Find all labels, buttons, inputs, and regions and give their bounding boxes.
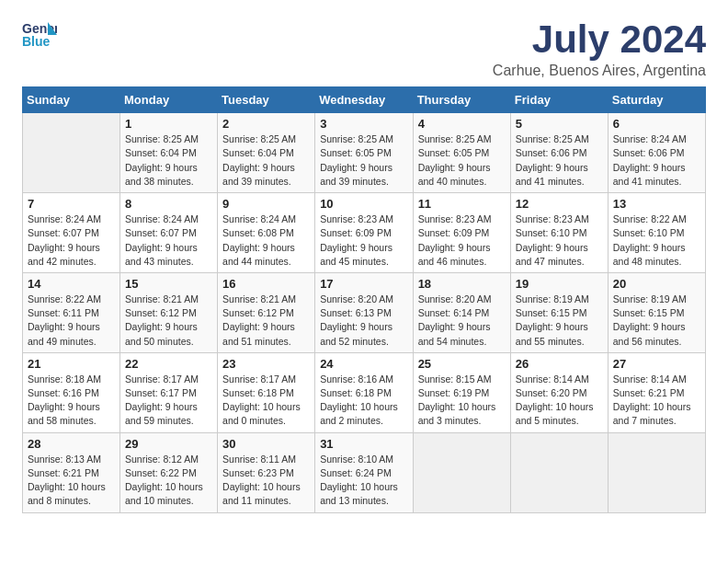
day-detail: Sunrise: 8:21 AMSunset: 6:12 PMDaylight:… <box>222 293 310 349</box>
day-number: 28 <box>28 437 115 451</box>
day-detail: Sunrise: 8:15 AMSunset: 6:19 PMDaylight:… <box>418 373 506 429</box>
day-number: 27 <box>613 357 700 371</box>
calendar-cell: 3Sunrise: 8:25 AMSunset: 6:05 PMDaylight… <box>315 113 413 193</box>
day-detail: Sunrise: 8:18 AMSunset: 6:16 PMDaylight:… <box>28 373 115 429</box>
calendar-header-wednesday: Wednesday <box>315 87 413 113</box>
subtitle: Carhue, Buenos Aires, Argentina <box>493 63 706 79</box>
day-detail: Sunrise: 8:23 AMSunset: 6:09 PMDaylight:… <box>320 213 407 269</box>
calendar-cell <box>510 432 608 512</box>
calendar-cell: 28Sunrise: 8:13 AMSunset: 6:21 PMDayligh… <box>23 432 120 512</box>
svg-text:Blue: Blue <box>22 34 51 49</box>
day-number: 17 <box>320 277 407 291</box>
page-header: General Blue July 2024 Carhue, Buenos Ai… <box>22 18 706 79</box>
calendar-cell: 29Sunrise: 8:12 AMSunset: 6:22 PMDayligh… <box>120 432 218 512</box>
calendar-cell: 7Sunrise: 8:24 AMSunset: 6:07 PMDaylight… <box>23 193 120 273</box>
calendar-cell: 19Sunrise: 8:19 AMSunset: 6:15 PMDayligh… <box>510 272 608 352</box>
day-number: 5 <box>516 117 603 131</box>
day-number: 15 <box>125 277 212 291</box>
day-detail: Sunrise: 8:19 AMSunset: 6:15 PMDaylight:… <box>613 293 700 349</box>
day-number: 14 <box>28 277 115 291</box>
calendar-table: SundayMondayTuesdayWednesdayThursdayFrid… <box>22 86 706 512</box>
day-number: 12 <box>516 197 603 211</box>
day-detail: Sunrise: 8:17 AMSunset: 6:17 PMDaylight:… <box>125 373 212 429</box>
calendar-cell <box>608 432 705 512</box>
day-number: 26 <box>516 357 603 371</box>
day-number: 22 <box>125 357 212 371</box>
calendar-cell: 17Sunrise: 8:20 AMSunset: 6:13 PMDayligh… <box>315 272 413 352</box>
calendar-cell: 6Sunrise: 8:24 AMSunset: 6:06 PMDaylight… <box>608 113 705 193</box>
calendar-cell: 27Sunrise: 8:14 AMSunset: 6:21 PMDayligh… <box>608 352 705 432</box>
calendar-week-row: 14Sunrise: 8:22 AMSunset: 6:11 PMDayligh… <box>23 272 706 352</box>
day-detail: Sunrise: 8:20 AMSunset: 6:13 PMDaylight:… <box>320 293 407 349</box>
calendar-week-row: 28Sunrise: 8:13 AMSunset: 6:21 PMDayligh… <box>23 432 706 512</box>
day-detail: Sunrise: 8:23 AMSunset: 6:10 PMDaylight:… <box>516 213 603 269</box>
calendar-cell: 20Sunrise: 8:19 AMSunset: 6:15 PMDayligh… <box>608 272 705 352</box>
day-detail: Sunrise: 8:13 AMSunset: 6:21 PMDaylight:… <box>28 453 115 509</box>
day-number: 9 <box>222 197 310 211</box>
calendar-cell: 22Sunrise: 8:17 AMSunset: 6:17 PMDayligh… <box>120 352 218 432</box>
calendar-cell: 2Sunrise: 8:25 AMSunset: 6:04 PMDaylight… <box>218 113 315 193</box>
day-detail: Sunrise: 8:24 AMSunset: 6:07 PMDaylight:… <box>28 213 115 269</box>
day-detail: Sunrise: 8:24 AMSunset: 6:08 PMDaylight:… <box>222 213 310 269</box>
calendar-cell: 13Sunrise: 8:22 AMSunset: 6:10 PMDayligh… <box>608 193 705 273</box>
day-detail: Sunrise: 8:24 AMSunset: 6:07 PMDaylight:… <box>125 213 212 269</box>
day-number: 19 <box>516 277 603 291</box>
calendar-cell: 15Sunrise: 8:21 AMSunset: 6:12 PMDayligh… <box>120 272 218 352</box>
day-number: 29 <box>125 437 212 451</box>
day-number: 6 <box>613 117 700 131</box>
day-detail: Sunrise: 8:22 AMSunset: 6:10 PMDaylight:… <box>613 213 700 269</box>
day-detail: Sunrise: 8:25 AMSunset: 6:04 PMDaylight:… <box>125 132 212 189</box>
day-detail: Sunrise: 8:24 AMSunset: 6:06 PMDaylight:… <box>613 132 700 189</box>
day-detail: Sunrise: 8:22 AMSunset: 6:11 PMDaylight:… <box>28 293 115 349</box>
day-number: 23 <box>222 357 310 371</box>
day-number: 24 <box>320 357 407 371</box>
calendar-cell <box>413 432 510 512</box>
calendar-week-row: 1Sunrise: 8:25 AMSunset: 6:04 PMDaylight… <box>23 113 706 193</box>
calendar-cell: 1Sunrise: 8:25 AMSunset: 6:04 PMDaylight… <box>120 113 218 193</box>
calendar-cell: 8Sunrise: 8:24 AMSunset: 6:07 PMDaylight… <box>120 193 218 273</box>
calendar-cell: 10Sunrise: 8:23 AMSunset: 6:09 PMDayligh… <box>315 193 413 273</box>
calendar-cell: 14Sunrise: 8:22 AMSunset: 6:11 PMDayligh… <box>23 272 120 352</box>
calendar-week-row: 21Sunrise: 8:18 AMSunset: 6:16 PMDayligh… <box>23 352 706 432</box>
calendar-header-thursday: Thursday <box>413 87 510 113</box>
logo: General Blue <box>22 18 57 53</box>
day-detail: Sunrise: 8:10 AMSunset: 6:24 PMDaylight:… <box>320 453 407 509</box>
calendar-cell: 21Sunrise: 8:18 AMSunset: 6:16 PMDayligh… <box>23 352 120 432</box>
day-number: 7 <box>28 197 115 211</box>
day-number: 4 <box>418 117 506 131</box>
day-number: 30 <box>222 437 310 451</box>
calendar-cell: 9Sunrise: 8:24 AMSunset: 6:08 PMDaylight… <box>218 193 315 273</box>
calendar-cell: 4Sunrise: 8:25 AMSunset: 6:05 PMDaylight… <box>413 113 510 193</box>
day-detail: Sunrise: 8:17 AMSunset: 6:18 PMDaylight:… <box>222 373 310 429</box>
calendar-header-saturday: Saturday <box>608 87 705 113</box>
day-detail: Sunrise: 8:25 AMSunset: 6:04 PMDaylight:… <box>222 132 310 189</box>
calendar-cell: 30Sunrise: 8:11 AMSunset: 6:23 PMDayligh… <box>218 432 315 512</box>
day-number: 16 <box>222 277 310 291</box>
logo-graphic: General Blue <box>22 18 57 53</box>
calendar-header-monday: Monday <box>120 87 218 113</box>
calendar-cell: 24Sunrise: 8:16 AMSunset: 6:18 PMDayligh… <box>315 352 413 432</box>
day-detail: Sunrise: 8:14 AMSunset: 6:20 PMDaylight:… <box>516 373 603 429</box>
calendar-cell: 16Sunrise: 8:21 AMSunset: 6:12 PMDayligh… <box>218 272 315 352</box>
day-number: 31 <box>320 437 407 451</box>
main-title: July 2024 <box>493 18 706 61</box>
calendar-cell: 5Sunrise: 8:25 AMSunset: 6:06 PMDaylight… <box>510 113 608 193</box>
day-detail: Sunrise: 8:21 AMSunset: 6:12 PMDaylight:… <box>125 293 212 349</box>
calendar-body: 1Sunrise: 8:25 AMSunset: 6:04 PMDaylight… <box>23 113 706 512</box>
day-detail: Sunrise: 8:20 AMSunset: 6:14 PMDaylight:… <box>418 293 506 349</box>
day-number: 2 <box>222 117 310 131</box>
calendar-cell: 23Sunrise: 8:17 AMSunset: 6:18 PMDayligh… <box>218 352 315 432</box>
calendar-cell: 25Sunrise: 8:15 AMSunset: 6:19 PMDayligh… <box>413 352 510 432</box>
day-detail: Sunrise: 8:11 AMSunset: 6:23 PMDaylight:… <box>222 453 310 509</box>
day-number: 8 <box>125 197 212 211</box>
day-number: 13 <box>613 197 700 211</box>
calendar-header-friday: Friday <box>510 87 608 113</box>
calendar-cell: 11Sunrise: 8:23 AMSunset: 6:09 PMDayligh… <box>413 193 510 273</box>
day-number: 25 <box>418 357 506 371</box>
day-detail: Sunrise: 8:12 AMSunset: 6:22 PMDaylight:… <box>125 453 212 509</box>
day-detail: Sunrise: 8:16 AMSunset: 6:18 PMDaylight:… <box>320 373 407 429</box>
calendar-cell: 18Sunrise: 8:20 AMSunset: 6:14 PMDayligh… <box>413 272 510 352</box>
calendar-header-tuesday: Tuesday <box>218 87 315 113</box>
calendar-cell: 26Sunrise: 8:14 AMSunset: 6:20 PMDayligh… <box>510 352 608 432</box>
day-number: 10 <box>320 197 407 211</box>
